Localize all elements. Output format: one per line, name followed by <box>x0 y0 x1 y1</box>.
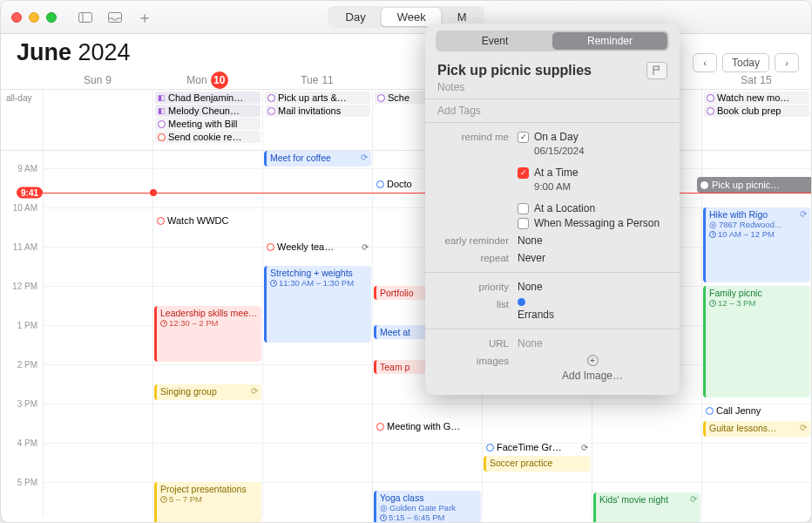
event-singing[interactable]: Singing group⟳ <box>154 384 261 400</box>
week-grid: 9 AM 9:41 10 AM 11 AM 12 PM 1 PM 2 PM 3 … <box>1 151 811 517</box>
add-image-button[interactable]: +Add Image… <box>518 355 667 382</box>
calendar-window: ＋ Day Week M ‹ Today › June 2024 Sun 9 M… <box>0 0 812 523</box>
traffic-lights <box>11 12 57 23</box>
tab-event[interactable]: Event <box>437 32 552 50</box>
reminder-title-field[interactable]: Pick up picnic supplies <box>437 63 641 78</box>
repeat-icon: ⟳ <box>800 423 807 433</box>
col-sat[interactable]: Pick up picnic… Hike with Rigo⟳◎ 7867 Re… <box>701 151 811 517</box>
event-picnic[interactable]: Family picnic12 – 3 PM <box>703 286 810 397</box>
checkbox-on-day[interactable]: ✓ <box>518 132 529 143</box>
col-tue[interactable]: Meet for coffee⟳ Weekly tea…⟳ Stretching… <box>262 151 372 517</box>
day-header-sun[interactable]: Sun 9 <box>43 71 152 89</box>
list-color-dot <box>518 298 525 306</box>
priority-value[interactable]: None <box>518 281 667 293</box>
col-mon[interactable]: Watch WWDC Leadership skills meeting12:3… <box>152 151 262 517</box>
day-header-sat[interactable]: Sat 15 <box>701 71 811 89</box>
month-title: June 2024 <box>17 39 131 66</box>
event-stretching[interactable]: Stretching + weights11:30 AM – 1:30 PM <box>264 266 371 343</box>
event-yoga[interactable]: Yoga class◎ Golden Gate Park5:15 – 6:45 … <box>374 491 481 523</box>
time-gutter: 9 AM 9:41 10 AM 11 AM 12 PM 1 PM 2 PM 3 … <box>1 151 43 517</box>
checkbox-when-messaging[interactable] <box>518 218 529 229</box>
allday-chip[interactable]: Pick up arts &… <box>265 92 370 104</box>
allday-chip[interactable]: Book club prep <box>704 105 809 117</box>
reminder-meetg[interactable]: Meeting with G… <box>374 419 481 433</box>
col-sun[interactable] <box>43 151 152 517</box>
allday-sun[interactable] <box>43 90 152 150</box>
repeat-icon: ⟳ <box>251 386 258 397</box>
tags-field[interactable]: Add Tags <box>437 105 667 117</box>
popover-tabs[interactable]: Event Reminder <box>436 31 669 51</box>
reminder-popover: Event Reminder Pick up picnic supplies N… <box>425 24 680 395</box>
early-reminder-value[interactable]: None <box>518 234 667 247</box>
allday-row: all-day ◧Chad Benjamin… ◧Melody Cheun… M… <box>1 90 811 151</box>
event-soccer[interactable]: Soccer practice <box>484 456 591 472</box>
day-header-mon[interactable]: Mon 10 <box>152 71 262 89</box>
flag-button[interactable] <box>646 62 667 79</box>
svg-rect-0 <box>79 12 92 22</box>
day-header-tue[interactable]: Tue 11 <box>262 71 372 89</box>
reminder-facetime[interactable]: FaceTime Gr…⟳ <box>484 440 591 454</box>
repeat-icon: ⟳ <box>362 242 369 252</box>
reminder-wwdc[interactable]: Watch WWDC <box>154 214 261 228</box>
allday-chip[interactable]: Send cookie re… <box>155 131 261 143</box>
event-movie[interactable]: Kids' movie night⟳ <box>593 492 700 523</box>
minimize-window-button[interactable] <box>29 12 39 23</box>
checkbox-at-location[interactable] <box>518 203 529 214</box>
today-button[interactable]: Today <box>722 53 769 72</box>
prev-week-button[interactable]: ‹ <box>693 53 717 72</box>
tab-reminder[interactable]: Reminder <box>552 32 667 50</box>
repeat-icon: ⟳ <box>690 494 697 505</box>
event-hike[interactable]: Hike with Rigo⟳◎ 7867 Redwood…10 AM – 12… <box>703 207 810 282</box>
allday-chip[interactable]: Meeting with Bill <box>155 118 261 130</box>
event-leadership[interactable]: Leadership skills meeting12:30 – 2 PM <box>154 306 261 362</box>
checkbox-at-time[interactable]: ✓ <box>518 167 529 179</box>
week-header: Sun 9 Mon 10 Tue 11 Sat 15 <box>1 71 811 90</box>
repeat-icon: ⟳ <box>361 153 368 163</box>
notes-field[interactable]: Notes <box>437 81 667 93</box>
at-time-value[interactable]: 9:00 AM <box>534 181 667 192</box>
now-indicator-badge: 9:41 <box>17 187 43 199</box>
view-day-button[interactable]: Day <box>330 8 382 26</box>
event-guitar[interactable]: Guitar lessons…⟳ <box>703 421 810 437</box>
url-field[interactable]: None <box>518 337 667 350</box>
list-value[interactable]: Errands <box>518 298 667 321</box>
next-week-button[interactable]: › <box>775 53 799 72</box>
calendars-icon[interactable] <box>78 7 93 28</box>
month-header: June 2024 <box>1 34 811 71</box>
allday-label: all-day <box>1 90 43 150</box>
reminder-weekly[interactable]: Weekly tea…⟳ <box>264 240 371 254</box>
repeat-value[interactable]: Never <box>518 252 667 264</box>
date-nav: ‹ Today › <box>693 53 799 72</box>
allday-chip[interactable]: ◧Chad Benjamin… <box>155 92 261 104</box>
repeat-icon: ⟳ <box>800 209 807 220</box>
svg-rect-2 <box>109 12 122 22</box>
allday-chip[interactable]: ◧Melody Cheun… <box>155 105 261 117</box>
event-project[interactable]: Project presentations5 – 7 PM <box>154 482 261 523</box>
on-day-date[interactable]: 06/15/2024 <box>534 146 667 156</box>
allday-mon[interactable]: ◧Chad Benjamin… ◧Melody Cheun… Meeting w… <box>152 90 262 150</box>
toolbar-icons: ＋ <box>78 7 152 28</box>
reminder-calljenny[interactable]: Call Jenny <box>703 404 810 418</box>
add-event-button[interactable]: ＋ <box>137 7 152 28</box>
plus-icon: + <box>587 355 599 366</box>
allday-chip[interactable]: Mail invitations <box>265 105 370 117</box>
inbox-icon[interactable] <box>107 7 123 28</box>
titlebar: ＋ Day Week M <box>1 1 811 34</box>
selected-reminder-pickup[interactable]: Pick up picnic… <box>697 177 812 193</box>
zoom-window-button[interactable] <box>46 12 57 23</box>
allday-sat[interactable]: Watch new mo… Book club prep <box>701 90 811 150</box>
allday-chip[interactable]: Watch new mo… <box>704 92 809 104</box>
event-coffee[interactable]: Meet for coffee⟳ <box>264 151 371 166</box>
close-window-button[interactable] <box>11 12 22 23</box>
allday-tue[interactable]: Pick up arts &… Mail invitations <box>262 90 372 150</box>
repeat-icon: ⟳ <box>581 443 588 452</box>
